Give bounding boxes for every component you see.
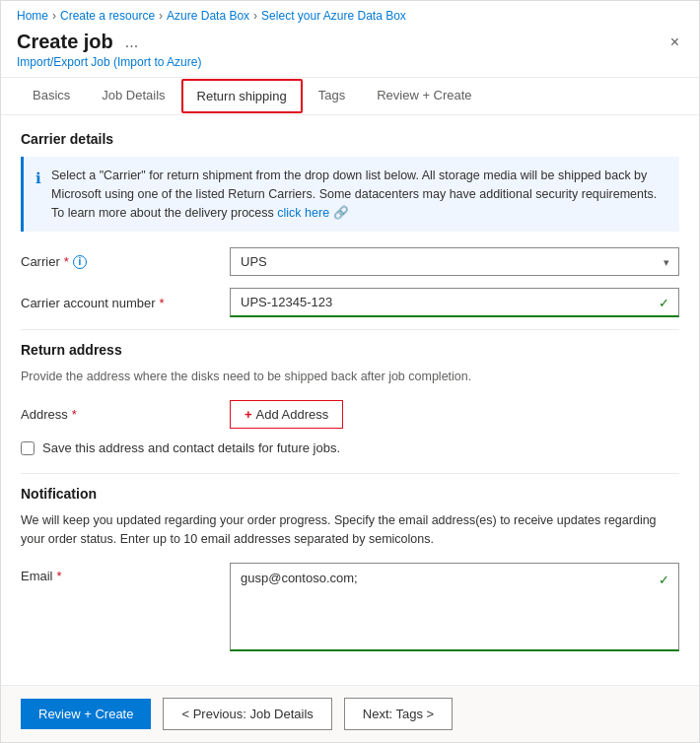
carrier-dropdown[interactable]: UPS [230,247,679,276]
save-address-label[interactable]: Save this address and contact details fo… [42,440,340,455]
next-button[interactable]: Next: Tags > [344,698,453,730]
address-field: + Add Address [230,400,679,429]
account-input-wrapper: ✓ [230,288,679,317]
subtitle: Import/Export Job (Import to Azure) [17,55,201,69]
title-row: Create job ... [17,31,201,53]
return-address-section: Return address Provide the address where… [21,342,679,455]
email-valid-icon: ✓ [659,573,669,587]
account-row: Carrier account number * ✓ [21,288,679,317]
previous-button[interactable]: < Previous: Job Details [163,698,331,730]
header-left: Create job ... Import/Export Job (Import… [17,31,201,69]
return-address-title: Return address [21,342,679,358]
tab-basics[interactable]: Basics [17,78,86,114]
carrier-required: * [64,254,69,269]
tab-job-details[interactable]: Job Details [86,78,180,114]
carrier-details-section: Carrier details ℹ Select a "Carrier" for… [21,131,679,317]
carrier-label: Carrier * i [21,254,218,269]
address-required: * [72,407,77,422]
account-required: * [160,296,165,310]
close-button[interactable]: × [666,31,683,54]
divider-1 [21,329,679,330]
email-row: Email * gusp@contoso.com; ✓ [21,563,679,654]
save-address-row: Save this address and contact details fo… [21,440,679,455]
tab-return-shipping[interactable]: Return shipping [181,79,303,113]
email-textarea[interactable]: gusp@contoso.com; [230,563,679,651]
add-address-button[interactable]: + Add Address [230,400,343,429]
add-address-label: Add Address [256,407,329,422]
notification-section: Notification We will keep you updated re… [21,486,679,654]
address-label: Address * [21,407,218,422]
info-text: Select a "Carrier" for return shipment f… [51,167,667,222]
click-here-link[interactable]: click here [277,206,329,220]
info-box: ℹ Select a "Carrier" for return shipment… [21,157,679,232]
return-address-desc: Provide the address where the disks need… [21,368,679,386]
ellipsis-button[interactable]: ... [121,32,142,53]
tab-review-create[interactable]: Review + Create [361,78,487,114]
email-required: * [57,569,62,583]
review-create-button[interactable]: Review + Create [21,699,151,729]
page-title: Create job [17,31,113,53]
breadcrumb-select-azure-data-box[interactable]: Select your Azure Data Box [261,9,406,23]
carrier-info-circle[interactable]: i [73,255,87,269]
account-field: ✓ [230,288,679,317]
dialog-header: Create job ... Import/Export Job (Import… [1,27,699,78]
carrier-row: Carrier * i UPS ▾ [21,247,679,276]
carrier-details-title: Carrier details [21,131,679,147]
breadcrumb-azure-data-box[interactable]: Azure Data Box [167,9,249,23]
tabs-bar: Basics Job Details Return shipping Tags … [1,78,699,115]
account-input[interactable] [230,288,679,317]
email-label: Email * [21,569,218,583]
carrier-field: UPS ▾ [230,247,679,276]
email-field-wrapper: gusp@contoso.com; ✓ [230,563,679,654]
footer: Review + Create < Previous: Job Details … [1,685,699,742]
notification-title: Notification [21,486,679,502]
breadcrumb-create-resource[interactable]: Create a resource [60,9,155,23]
breadcrumb: Home › Create a resource › Azure Data Bo… [1,1,699,27]
tab-tags[interactable]: Tags [303,78,361,114]
content-area: Carrier details ℹ Select a "Carrier" for… [1,115,699,685]
save-address-checkbox[interactable] [21,441,35,455]
breadcrumb-home[interactable]: Home [17,9,48,23]
carrier-value: UPS [241,254,267,269]
account-valid-icon: ✓ [659,296,669,310]
account-label: Carrier account number * [21,296,218,310]
notification-desc: We will keep you updated regarding your … [21,511,679,549]
plus-icon: + [245,407,252,422]
divider-2 [21,473,679,474]
info-icon: ℹ [35,168,41,222]
address-row: Address * + Add Address [21,400,679,429]
